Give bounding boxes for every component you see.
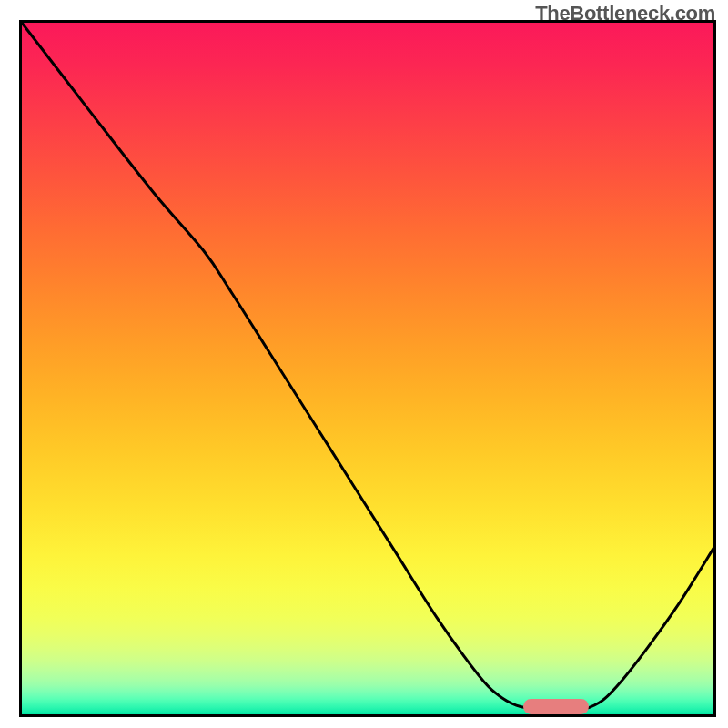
bottleneck-curve <box>22 23 713 714</box>
plot-area <box>22 23 713 714</box>
optimal-range-marker <box>523 699 589 714</box>
chart-container: TheBottleneck.com <box>0 0 728 728</box>
plot-frame <box>19 20 716 717</box>
